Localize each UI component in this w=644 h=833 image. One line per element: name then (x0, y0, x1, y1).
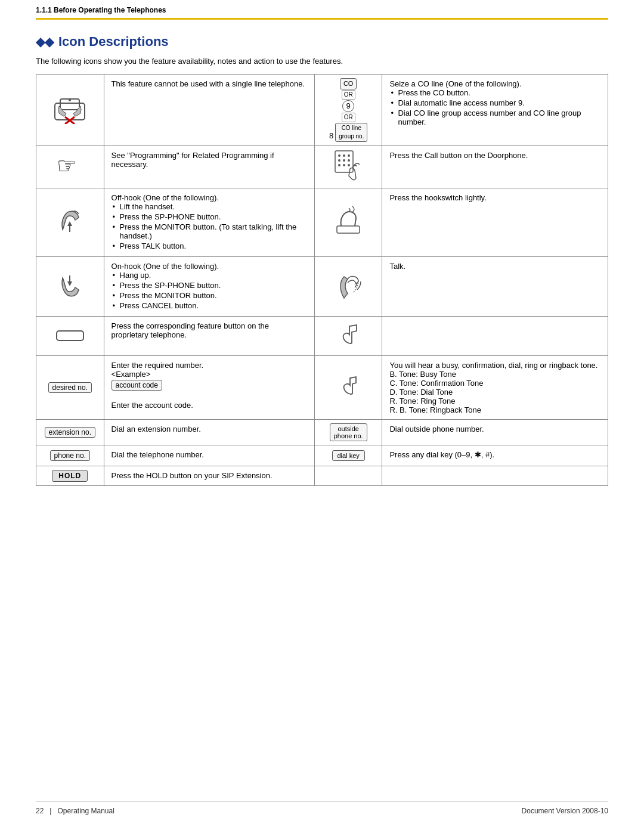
co-line-title: Seize a CO line (One of the following). (389, 79, 521, 88)
svg-marker-17 (67, 221, 72, 226)
tone-icon (336, 320, 360, 350)
desc-cell-desired-no: Enter the required number. <Example> acc… (104, 356, 314, 420)
footer-left-label: Operating Manual (57, 807, 114, 815)
section-header: 1.1.1 Before Operating the Telephones (36, 0, 608, 20)
hold-badge: HOLD (52, 470, 88, 482)
diamonds-icon: ◆◆ (36, 35, 54, 49)
outside-phone-no-badge: outsidephone no. (330, 423, 367, 441)
section-title: 1.1.1 Before Operating the Telephones (36, 6, 166, 14)
desired-no-extra: Enter the account code. (112, 401, 193, 410)
busy-tone-r: R. Tone: Ring Tone (389, 397, 455, 405)
icon-cell-tone (314, 317, 382, 356)
icon-cell-hold: HOLD (36, 466, 104, 486)
account-code-badge: account code (112, 380, 162, 391)
co-line-item-2: Dial automatic line access number 9. (389, 98, 600, 107)
onhook-item-4: Press CANCEL button. (112, 301, 307, 310)
page-number: 22 (36, 807, 44, 815)
icon-cell-hookswitch (314, 188, 382, 257)
icon-cell-extension-no: extension no. (36, 420, 104, 445)
busy-tone-intro: You will hear a busy, confirmation, dial… (389, 361, 597, 370)
finger-desc: See "Programming" for Related Programmin… (112, 151, 274, 169)
phone-x-desc: This feature cannot be used with a singl… (112, 79, 305, 88)
feature-button-desc: Press the corresponding feature button o… (112, 321, 270, 339)
table-row: Press the corresponding feature button o… (36, 317, 608, 356)
svg-point-10 (338, 159, 340, 162)
offhook-item-1: Lift the handset. (112, 202, 307, 211)
icon-cell-offhook (36, 188, 104, 257)
desc-cell-busy-tone: You will hear a busy, confirmation, dial… (382, 356, 608, 420)
phone-no-badge: phone no. (50, 450, 90, 461)
desc-cell-hold: Press the HOLD button on your SIP Extens… (104, 466, 314, 486)
hookswitch-icon (332, 205, 365, 238)
offhook-title: Off-hook (One of the following). (112, 193, 219, 202)
num-8: 8 (329, 131, 333, 140)
desc-cell-outside-phone-no: Dial outside phone number. (382, 420, 608, 445)
doorphone-icon (332, 150, 365, 182)
tone-note-icon (338, 373, 359, 400)
icon-cell-tone-note (314, 356, 382, 420)
extension-no-desc: Dial an extension number. (112, 425, 201, 433)
desc-cell-co-line: Seize a CO line (One of the following). … (382, 75, 608, 146)
phone-no-desc: Dial the telephone number. (112, 450, 204, 459)
desc-cell-offhook: Off-hook (One of the following). Lift th… (104, 188, 314, 257)
footer-left: 22 | Operating Manual (36, 807, 114, 815)
table-row: HOLD Press the HOLD button on your SIP E… (36, 466, 608, 486)
svg-point-7 (338, 154, 340, 157)
icon-cell-onhook (36, 257, 104, 317)
svg-marker-20 (67, 281, 72, 286)
busy-tone-c: C. Tone: Confirmation Tone (389, 379, 483, 388)
desc-cell-extension-no: Dial an extension number. (104, 420, 314, 445)
co-line-diagram: CO OR 9 OR 8 CO linegroup no. (318, 78, 379, 142)
icon-cell-feature-button (36, 317, 104, 356)
desired-no-badge-wrapper: desired no. (40, 381, 100, 394)
svg-point-12 (348, 159, 350, 162)
desc-cell-feature-button: Press the corresponding feature button o… (104, 317, 314, 356)
co-line-item-1: Press the CO button. (389, 88, 600, 97)
icon-cell-phone-no: phone no. (36, 445, 104, 466)
table-row: This feature cannot be used with a singl… (36, 75, 608, 146)
table-row: phone no. Dial the telephone number. dia… (36, 445, 608, 466)
page-title: ◆◆ Icon Descriptions (36, 34, 608, 49)
onhook-list: Hang up. Press the SP-PHONE button. Pres… (112, 271, 307, 310)
talk-icon (332, 270, 365, 302)
svg-point-2 (69, 99, 71, 101)
talk-desc: Talk. (389, 262, 405, 271)
off-hook-icon (54, 207, 86, 237)
icon-cell-doorphone (314, 146, 382, 188)
finger-point-icon: ☞ (54, 153, 86, 179)
svg-rect-18 (337, 226, 360, 233)
svg-point-9 (348, 154, 350, 157)
desc-cell-finger: See "Programming" for Related Programmin… (104, 146, 314, 188)
doorphone-desc: Press the Call button on the Doorphone. (389, 151, 528, 160)
icon-table: This feature cannot be used with a singl… (36, 74, 608, 486)
table-row: On-hook (One of the following). Hang up.… (36, 257, 608, 317)
intro-text: The following icons show you the feature… (36, 57, 608, 66)
busy-tone-d: D. Tone: Dial Tone (389, 388, 453, 397)
offhook-item-3: Press the MONITOR button. (To start talk… (112, 222, 307, 240)
hookswitch-desc: Press the hookswitch lightly. (389, 193, 486, 202)
or-label-2: OR (342, 113, 355, 122)
onhook-item-2: Press the SP-PHONE button. (112, 281, 307, 290)
outside-phone-no-desc: Dial outside phone number. (389, 425, 484, 433)
desc-cell-dial-key: Press any dial key (0–9, ✱, #). (382, 445, 608, 466)
extension-no-badge: extension no. (45, 427, 95, 438)
onhook-item-1: Hang up. (112, 271, 307, 280)
svg-rect-21 (57, 331, 83, 340)
svg-text:☞: ☞ (57, 153, 77, 178)
table-row: extension no. Dial an extension number. … (36, 420, 608, 445)
co-line-group-badge: CO linegroup no. (335, 123, 367, 142)
dial-key-badge: dial key (332, 450, 365, 461)
page: 1.1.1 Before Operating the Telephones ◆◆… (0, 0, 644, 833)
icon-cell-outside-phone-no: outsidephone no. (314, 420, 382, 445)
icon-cell-phone-x (36, 75, 104, 146)
busy-tone-b: B. Tone: Busy Tone (389, 370, 456, 379)
footer: 22 | Operating Manual Document Version 2… (36, 801, 608, 815)
icon-cell-talk (314, 257, 382, 317)
on-hook-icon (54, 271, 86, 301)
co-line-item-3: Dial CO line group access number and CO … (389, 109, 600, 126)
desired-no-badge: desired no. (48, 382, 92, 393)
busy-tone-rb: R. B. Tone: Ringback Tone (389, 405, 481, 414)
phone-x-icon (52, 94, 88, 124)
table-row: Off-hook (One of the following). Lift th… (36, 188, 608, 257)
icon-cell-co-line: CO OR 9 OR 8 CO linegroup no. (314, 75, 382, 146)
